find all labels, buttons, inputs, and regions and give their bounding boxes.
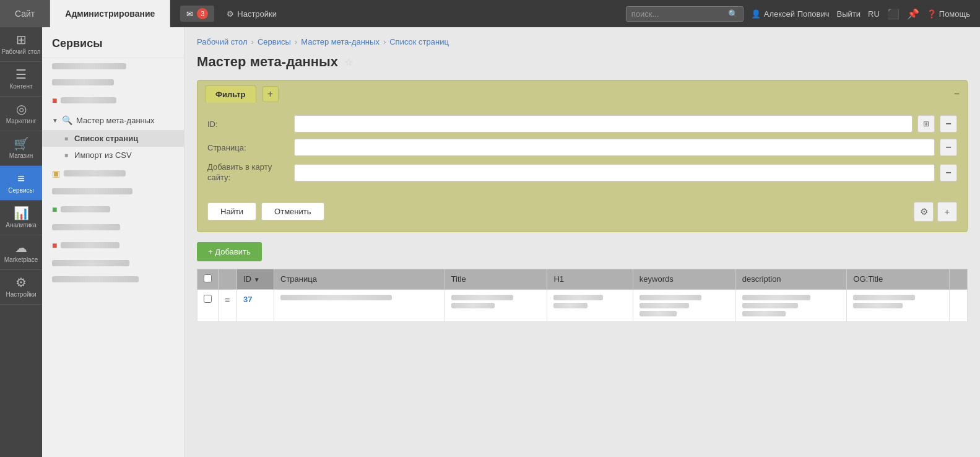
favorite-star-icon[interactable]: ☆ <box>344 56 353 68</box>
main-content: Рабочий стол › Сервисы › Мастер мета-дан… <box>184 27 980 457</box>
filter-actions-right: ⚙ + <box>914 202 957 222</box>
nav-blurred-4 <box>64 170 126 176</box>
notification-badge[interactable]: ✉ 3 <box>180 6 214 22</box>
cancel-button[interactable]: Отменить <box>261 202 324 220</box>
breadcrumb-meta[interactable]: Мастер мета-данных <box>301 37 379 46</box>
th-description[interactable]: description <box>735 269 847 289</box>
sidebar-item-label-shop: Магазин <box>9 152 33 159</box>
td-h1 <box>547 289 633 321</box>
th-h1[interactable]: H1 <box>547 269 633 289</box>
sidebar-item-shop[interactable]: 🛒 Магазин <box>0 131 42 166</box>
filter-tab[interactable]: Фильтр <box>205 85 256 103</box>
th-title[interactable]: Title <box>444 269 547 289</box>
content-icon: ☰ <box>15 68 27 81</box>
filter-remove-id[interactable]: − <box>940 115 957 133</box>
nav-item-5[interactable] <box>42 183 184 199</box>
green-icon: ■ <box>52 204 57 214</box>
sidebar-item-marketplace[interactable]: ☁ Marketplace <box>0 235 42 270</box>
sidebar-item-label-marketing: Маркетинг <box>6 118 37 124</box>
filter-add-button[interactable]: + <box>262 86 279 102</box>
select-all-checkbox[interactable] <box>204 274 212 282</box>
filter-row-page: Страница: − <box>207 139 957 156</box>
blurred-line <box>451 303 495 308</box>
table-header-row: ID ▼ Страница Title H1 keywords descript… <box>197 269 968 289</box>
filter-remove-page[interactable]: − <box>940 139 957 156</box>
nav-item-2[interactable] <box>42 74 184 90</box>
marketing-icon: ◎ <box>16 103 27 115</box>
nav-item-10[interactable] <box>42 271 184 287</box>
analytics-icon: 📊 <box>14 207 29 219</box>
logout-button[interactable]: Выйти <box>837 9 861 19</box>
blurred-line <box>742 303 798 308</box>
th-og-title[interactable]: OG:Title <box>847 269 950 289</box>
nav-item-6[interactable]: ■ <box>42 199 184 219</box>
settings-round-button[interactable]: ⚙ <box>914 202 934 222</box>
nav-blurred-3 <box>61 97 116 103</box>
row-id-value[interactable]: 37 <box>243 295 252 304</box>
nav-subitem-csv-label: Импорт из CSV <box>74 150 132 160</box>
breadcrumb-pages[interactable]: Список страниц <box>389 37 449 46</box>
row-checkbox[interactable] <box>204 295 212 303</box>
td-id[interactable]: 37 <box>237 289 274 321</box>
orange-icon: ▣ <box>52 168 60 178</box>
sidebar-item-settings[interactable]: ⚙ Настройки <box>0 270 42 305</box>
add-button[interactable]: + Добавить <box>197 242 262 261</box>
tab-admin[interactable]: Администрирование <box>50 0 170 27</box>
nav-item-7[interactable] <box>42 219 184 235</box>
nav-item-meta[interactable]: ▼ 🔍 Мастер мета-данных <box>42 110 184 130</box>
search-box[interactable]: 🔍 <box>626 6 744 22</box>
sidebar-item-label-desktop: Рабочий стол <box>2 48 41 55</box>
th-page[interactable]: Страница <box>274 269 445 289</box>
nav-item-3[interactable]: ■ <box>42 90 184 110</box>
filter-input-page[interactable] <box>294 139 935 156</box>
nav-item-8[interactable]: ■ <box>42 235 184 255</box>
blurred-line <box>742 295 810 300</box>
add-round-button[interactable]: + <box>937 202 957 222</box>
search-input[interactable] <box>631 9 724 19</box>
settings-link[interactable]: ⚙ Настройки <box>227 9 277 19</box>
sidebar-item-marketing[interactable]: ◎ Маркетинг <box>0 97 42 131</box>
tab-site[interactable]: Сайт <box>0 0 50 27</box>
nav-subitem-csv[interactable]: ■ Импорт из CSV <box>42 147 184 163</box>
filter-input-sitemap[interactable] <box>294 164 935 181</box>
find-button[interactable]: Найти <box>207 202 256 220</box>
pin-icon[interactable]: 📌 <box>907 8 919 20</box>
sidebar-item-content[interactable]: ☰ Контент <box>0 62 42 97</box>
sidebar-item-analytics[interactable]: 📊 Аналитика <box>0 201 42 235</box>
filter-input-id[interactable] <box>294 115 913 133</box>
blurred-line <box>853 295 915 300</box>
blurred-line <box>640 303 689 308</box>
th-id[interactable]: ID ▼ <box>237 269 274 289</box>
td-checkbox <box>197 289 219 321</box>
row-actions-icon[interactable]: ≡ <box>225 295 230 305</box>
shop-icon: 🛒 <box>14 137 29 150</box>
filter-id-icon-btn[interactable]: ⊞ <box>917 115 935 133</box>
td-actions: ≡ <box>219 289 237 321</box>
nav-subitem-pages[interactable]: ■ Список страниц <box>42 130 184 147</box>
th-keywords[interactable]: keywords <box>633 269 735 289</box>
nav-blurred-8 <box>61 242 119 248</box>
nav-item-9[interactable] <box>42 255 184 271</box>
nav-item-4[interactable]: ▣ <box>42 163 184 183</box>
filter-minimize-button[interactable]: − <box>954 89 960 100</box>
monitor-icon[interactable]: ⬛ <box>887 8 900 20</box>
breadcrumb-desktop[interactable]: Рабочий стол <box>197 37 248 46</box>
nav-item-1[interactable] <box>42 58 184 74</box>
table-header: ID ▼ Страница Title H1 keywords descript… <box>197 269 968 289</box>
breadcrumb-services[interactable]: Сервисы <box>258 37 291 46</box>
sidebar-item-services[interactable]: ≡ Сервисы <box>0 166 42 201</box>
td-h1-content <box>553 295 626 308</box>
filter-remove-sitemap[interactable]: − <box>940 164 957 181</box>
search-icon: 🔍 <box>728 9 738 19</box>
nav-subitem-pages-label: Список страниц <box>74 134 138 143</box>
sidebar-item-desktop[interactable]: ⊞ Рабочий стол <box>0 27 42 62</box>
language-button[interactable]: RU <box>868 9 880 19</box>
top-bar: Сайт Администрирование ✉ 3 ⚙ Настройки 🔍… <box>0 0 980 27</box>
blurred-line <box>640 295 701 300</box>
breadcrumb: Рабочий стол › Сервисы › Мастер мета-дан… <box>197 37 968 46</box>
sidebar-item-label-services: Сервисы <box>8 187 33 194</box>
red-icon-2: ■ <box>52 240 57 250</box>
help-button[interactable]: ❓ Помощь <box>927 9 970 19</box>
page-title-row: Мастер мета-данных ☆ <box>197 54 968 70</box>
services-icon: ≡ <box>17 172 25 185</box>
